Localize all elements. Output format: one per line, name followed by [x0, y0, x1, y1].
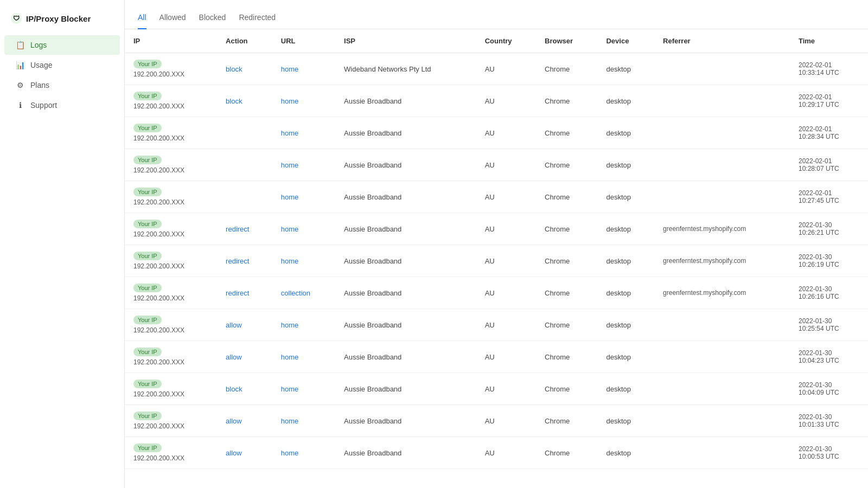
col-header-device: Device: [597, 29, 654, 53]
sidebar: 🛡 IP/Proxy Blocker 📋 Logs 📊 Usage ⚙ Plan…: [0, 0, 125, 488]
referrer-cell: greenferntest.myshopify.com: [654, 213, 790, 245]
url-cell: home: [272, 85, 335, 117]
your-ip-badge: Your IP: [133, 444, 162, 452]
country-cell: AU: [476, 341, 536, 373]
time-cell: 2022-02-01 10:28:34 UTC: [790, 117, 868, 149]
action-cell: allow: [217, 437, 272, 469]
device-cell: desktop: [597, 53, 654, 85]
action-redirect[interactable]: redirect: [226, 257, 249, 265]
ip-cell: Your IP 192.200.200.XXX: [125, 437, 217, 469]
time-cell: 2022-01-30 10:26:19 UTC: [790, 245, 868, 277]
ip-address: 192.200.200.XXX: [133, 422, 208, 430]
time-cell: 2022-01-30 10:26:16 UTC: [790, 277, 868, 309]
country-cell: AU: [476, 213, 536, 245]
action-redirect[interactable]: redirect: [226, 225, 249, 233]
table-row: Your IP 192.200.200.XXX homeAussie Broad…: [125, 181, 868, 213]
referrer-cell: [654, 309, 790, 341]
tab-allowed[interactable]: Allowed: [159, 9, 186, 29]
time-cell: 2022-01-30 10:01:33 UTC: [790, 405, 868, 437]
action-block[interactable]: block: [226, 385, 242, 393]
url-link[interactable]: home: [281, 161, 299, 169]
ip-cell: Your IP 192.200.200.XXX: [125, 405, 217, 437]
referrer-cell: [654, 117, 790, 149]
url-link[interactable]: home: [281, 193, 299, 201]
ip-address: 192.200.200.XXX: [133, 262, 208, 270]
time-cell: 2022-01-30 10:04:09 UTC: [790, 373, 868, 405]
country-cell: AU: [476, 405, 536, 437]
isp-cell: Aussie Broadband: [335, 373, 476, 405]
url-cell: collection: [272, 277, 335, 309]
your-ip-badge: Your IP: [133, 316, 162, 324]
ip-cell: Your IP 192.200.200.XXX: [125, 309, 217, 341]
url-cell: home: [272, 213, 335, 245]
table-row: Your IP 192.200.200.XXX homeAussie Broad…: [125, 149, 868, 181]
action-allow[interactable]: allow: [226, 321, 242, 329]
url-link[interactable]: collection: [281, 289, 310, 297]
col-header-url: URL: [272, 29, 335, 53]
url-link[interactable]: home: [281, 417, 299, 425]
time-cell: 2022-02-01 10:28:07 UTC: [790, 149, 868, 181]
action-allow[interactable]: allow: [226, 417, 242, 425]
sidebar-item-plans[interactable]: ⚙ Plans: [4, 75, 120, 95]
url-link[interactable]: home: [281, 65, 299, 73]
time-cell: 2022-02-01 10:29:17 UTC: [790, 85, 868, 117]
referrer-cell: [654, 405, 790, 437]
ip-address: 192.200.200.XXX: [133, 390, 208, 398]
referrer-cell: [654, 149, 790, 181]
action-block[interactable]: block: [226, 65, 242, 73]
referrer-cell: greenferntest.myshopify.com: [654, 277, 790, 309]
tab-redirected[interactable]: Redirected: [239, 9, 276, 29]
ip-address: 192.200.200.XXX: [133, 198, 208, 206]
ip-address: 192.200.200.XXX: [133, 358, 208, 366]
ip-address: 192.200.200.XXX: [133, 70, 208, 78]
country-cell: AU: [476, 117, 536, 149]
action-cell: redirect: [217, 213, 272, 245]
action-block[interactable]: block: [226, 97, 242, 105]
action-cell: block: [217, 85, 272, 117]
device-cell: desktop: [597, 213, 654, 245]
isp-cell: Aussie Broadband: [335, 309, 476, 341]
browser-cell: Chrome: [536, 405, 597, 437]
url-link[interactable]: home: [281, 353, 299, 361]
logs-table-container: IP Action URL ISP Country Browser Device…: [125, 29, 868, 469]
url-link[interactable]: home: [281, 321, 299, 329]
browser-cell: Chrome: [536, 437, 597, 469]
url-link[interactable]: home: [281, 449, 299, 457]
app-title: IP/Proxy Blocker: [26, 14, 91, 23]
usage-icon: 📊: [15, 60, 25, 70]
action-allow[interactable]: allow: [226, 353, 242, 361]
browser-cell: Chrome: [536, 309, 597, 341]
ip-cell: Your IP 192.200.200.XXX: [125, 245, 217, 277]
url-cell: home: [272, 245, 335, 277]
country-cell: AU: [476, 181, 536, 213]
your-ip-badge: Your IP: [133, 412, 162, 420]
sidebar-item-usage[interactable]: 📊 Usage: [4, 55, 120, 75]
sidebar-item-logs[interactable]: 📋 Logs: [4, 35, 120, 55]
action-redirect[interactable]: redirect: [226, 289, 249, 297]
support-icon: ℹ: [15, 100, 25, 110]
your-ip-badge: Your IP: [133, 348, 162, 356]
url-link[interactable]: home: [281, 385, 299, 393]
ip-address: 192.200.200.XXX: [133, 294, 208, 302]
url-link[interactable]: home: [281, 129, 299, 137]
action-allow[interactable]: allow: [226, 449, 242, 457]
time-cell: 2022-01-30 10:26:21 UTC: [790, 213, 868, 245]
url-link[interactable]: home: [281, 225, 299, 233]
country-cell: AU: [476, 437, 536, 469]
url-link[interactable]: home: [281, 257, 299, 265]
url-cell: home: [272, 405, 335, 437]
tab-all[interactable]: All: [138, 9, 146, 29]
url-cell: home: [272, 437, 335, 469]
device-cell: desktop: [597, 405, 654, 437]
url-link[interactable]: home: [281, 97, 299, 105]
ip-cell: Your IP 192.200.200.XXX: [125, 85, 217, 117]
url-cell: home: [272, 117, 335, 149]
url-cell: home: [272, 149, 335, 181]
isp-cell: Aussie Broadband: [335, 213, 476, 245]
tab-blocked[interactable]: Blocked: [199, 9, 226, 29]
time-cell: 2022-02-01 10:27:45 UTC: [790, 181, 868, 213]
tabs-bar: All Allowed Blocked Redirected: [125, 0, 868, 29]
action-cell: redirect: [217, 245, 272, 277]
sidebar-item-support[interactable]: ℹ Support: [4, 95, 120, 115]
referrer-cell: [654, 341, 790, 373]
